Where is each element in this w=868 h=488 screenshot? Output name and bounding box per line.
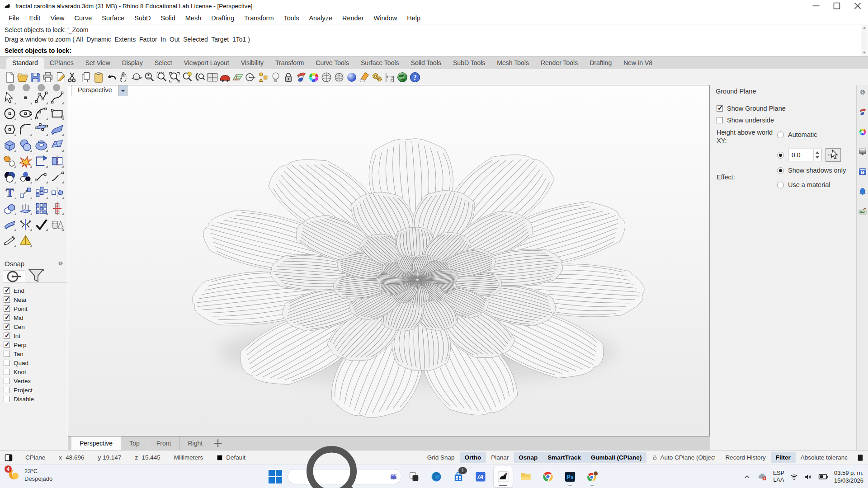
panel-strip-icon[interactable]	[858, 88, 867, 97]
clock-widget[interactable]: 03:59 p. m. 15/03/2026	[834, 469, 863, 484]
toolbar-icon[interactable]	[143, 71, 156, 84]
toolbar-icon[interactable]	[383, 71, 396, 84]
osnap-checkbox-row[interactable]: Int	[4, 331, 68, 340]
toolbox-icon[interactable]	[2, 169, 17, 184]
toolbox-icon[interactable]: T	[2, 185, 17, 200]
pick-height-button[interactable]	[826, 148, 841, 162]
toolbox-icon[interactable]	[50, 169, 65, 184]
toolbar-icon[interactable]	[257, 71, 269, 84]
checkbox[interactable]	[4, 351, 10, 357]
spinner-buttons[interactable]	[813, 149, 821, 161]
panel-strip-icon[interactable]	[858, 147, 867, 156]
spin-down-icon[interactable]	[816, 156, 819, 159]
osnap-checkbox-row[interactable]: Mid	[4, 313, 68, 322]
toolbar-icon[interactable]	[206, 71, 219, 84]
toolbar-icon[interactable]	[320, 71, 333, 84]
taskbar-app[interactable]	[405, 466, 424, 487]
status-toggle[interactable]: Absolute toleranc	[796, 452, 853, 463]
osnap-checkbox-row[interactable]: Vertex	[4, 376, 68, 385]
toolbox-icon[interactable]	[18, 122, 33, 137]
toolbar-tab[interactable]: Transform	[269, 57, 310, 69]
maximize-button[interactable]	[826, 0, 847, 12]
status-toggle[interactable]: Grid Snap	[422, 452, 460, 463]
toolbox-icon[interactable]	[18, 106, 33, 121]
toolbar-tab[interactable]: Solid Tools	[405, 57, 447, 69]
taskbar-app[interactable]	[516, 466, 535, 487]
scroll-up-icon[interactable]	[861, 25, 868, 31]
toolbar-tab[interactable]: Curve Tools	[310, 57, 355, 69]
toolbar-icon[interactable]	[371, 71, 383, 84]
toolbox-icon[interactable]	[2, 233, 17, 248]
panel-toggle-icon[interactable]	[856, 453, 864, 463]
automatic-radio[interactable]	[777, 131, 784, 138]
osnap-checkbox-row[interactable]: Cen	[4, 322, 68, 331]
close-button[interactable]	[847, 0, 868, 12]
checkbox[interactable]	[4, 314, 10, 321]
toolbar-icon[interactable]	[282, 71, 295, 84]
toolbar-icon[interactable]: ?	[409, 71, 421, 84]
osnap-checkbox-row[interactable]: Tan	[4, 349, 68, 358]
toolbox-icon[interactable]	[2, 106, 17, 121]
menu-item[interactable]: Edit	[24, 14, 45, 22]
toolbox-icon[interactable]	[18, 185, 33, 200]
toolbar-tab[interactable]: Set View	[80, 57, 116, 69]
layer-indicator[interactable]: Default	[210, 454, 252, 461]
add-viewport-tab[interactable]	[211, 436, 225, 450]
toolbox-icon[interactable]	[50, 106, 65, 121]
toolbar-icon[interactable]	[269, 71, 282, 84]
toolbox-icon[interactable]	[34, 138, 49, 153]
menu-item[interactable]: SubD	[129, 14, 156, 22]
checkbox[interactable]	[4, 360, 10, 366]
checkbox[interactable]	[4, 305, 10, 312]
toolbox-icon[interactable]	[50, 185, 65, 200]
osnap-checkbox-row[interactable]: Point	[4, 304, 68, 313]
viewport-title-tab[interactable]: Perspective	[71, 85, 127, 96]
checkbox[interactable]	[4, 396, 10, 402]
osnap-checkbox-row[interactable]: Near	[4, 295, 68, 304]
toolbox-icon[interactable]	[2, 122, 17, 137]
units-label[interactable]: Millimeters	[168, 454, 210, 461]
spin-up-icon[interactable]	[816, 151, 819, 154]
toolbar-icon[interactable]	[231, 71, 244, 84]
status-toggle[interactable]: Ortho	[460, 452, 486, 463]
checkbox[interactable]	[4, 333, 10, 339]
toolbar-icon[interactable]	[219, 71, 231, 84]
chevron-up-icon[interactable]	[743, 473, 751, 481]
viewport-tab[interactable]: Perspective	[71, 436, 121, 450]
battery-icon[interactable]	[818, 471, 829, 482]
menu-item[interactable]: Curve	[70, 14, 97, 22]
height-value[interactable]: 0.0	[788, 151, 813, 159]
toolbar-icon[interactable]	[181, 71, 193, 84]
custom-height-radio[interactable]	[777, 152, 784, 159]
panel-strip-icon[interactable]	[858, 207, 867, 216]
osnap-checkbox-row[interactable]: Perp	[4, 340, 68, 349]
toolbox-drag-handle[interactable]	[0, 85, 68, 90]
status-toggle[interactable]: Osnap	[514, 452, 542, 463]
osnap-checkbox-row[interactable]: End	[4, 286, 68, 295]
panel-strip-icon[interactable]	[858, 187, 867, 196]
panel-strip-icon[interactable]	[858, 108, 867, 117]
taskbar-app[interactable]	[538, 466, 557, 487]
toolbox-icon[interactable]	[34, 106, 49, 121]
start-button[interactable]	[266, 468, 284, 486]
toolbox-icon[interactable]	[34, 201, 49, 216]
toolbox-icon[interactable]	[18, 201, 33, 216]
volume-icon[interactable]	[804, 473, 812, 481]
menu-item[interactable]: View	[45, 14, 69, 22]
toolbar-icon[interactable]	[193, 71, 206, 84]
taskbar-app[interactable]: /A	[471, 466, 490, 487]
toolbar-icon[interactable]	[396, 71, 409, 84]
radio-button[interactable]	[777, 182, 784, 188]
osnap-tab[interactable]	[3, 270, 25, 282]
menu-item[interactable]: Mesh	[180, 14, 206, 22]
toolbar-tab[interactable]: Surface Tools	[355, 57, 405, 69]
toolbox-icon[interactable]	[50, 154, 65, 169]
toolbar-tab[interactable]: Drafting	[584, 57, 618, 69]
menu-item[interactable]: Drafting	[206, 14, 239, 22]
search-input[interactable]	[384, 473, 386, 481]
toolbox-icon[interactable]	[18, 138, 33, 153]
viewport-menu-button[interactable]	[119, 85, 127, 96]
taskbar-search[interactable]	[288, 469, 401, 484]
taskbar-app[interactable]: 8	[493, 466, 513, 488]
toolbox-icon[interactable]	[50, 122, 65, 137]
